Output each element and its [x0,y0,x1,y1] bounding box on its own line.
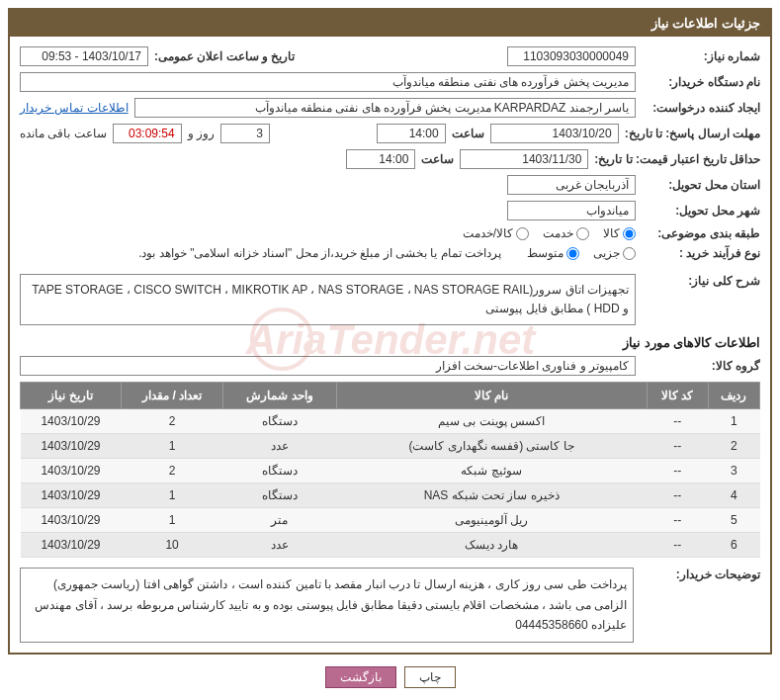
deadline-label: مهلت ارسال پاسخ: تا تاریخ: [625,127,760,140]
back-button[interactable]: بازگشت [325,666,396,688]
table-row: 4--ذخیره ساز تحت شبکه NASدستگاه11403/10/… [21,483,760,508]
table-row: 6--هارد دیسکعدد101403/10/29 [21,533,760,558]
table-cell: 1403/10/29 [21,434,122,459]
remaining-label: ساعت باقی مانده [20,127,107,140]
details-panel: جزئیات اطلاعات نیاز شماره نیاز: 11030930… [8,8,772,655]
table-cell: 1 [708,409,759,434]
overall-desc-value: تجهیزات اتاق سرور(TAPE STORAGE ، CISCO S… [20,274,636,325]
th-code: کد کالا [647,383,708,409]
subject-radio-group: کالا خدمت کالا/خدمت [463,226,636,240]
days-word: روز و [188,127,215,140]
th-row: ردیف [708,383,759,409]
table-cell: -- [647,533,708,558]
validity-time: 14:00 [346,149,415,169]
deadline-date: 1403/10/20 [490,124,619,143]
announce-label: تاریخ و ساعت اعلان عمومی: [154,49,295,63]
validity-label: حداقل تاریخ اعتبار قیمت: تا تاریخ: [594,152,760,166]
table-cell: -- [647,459,708,483]
table-row: 5--ریل آلومینیومیمتر11403/10/29 [21,508,760,533]
table-cell: -- [647,434,708,459]
table-cell: 1 [121,434,222,459]
time-remaining: 03:09:54 [113,124,182,143]
goods-info-title: اطلاعات کالاهای مورد نیاز [20,335,760,350]
purchase-type-label: نوع فرآیند خرید : [642,246,760,260]
table-cell: سوئیچ شبکه [336,459,647,483]
city-value: میاندواب [507,201,636,220]
need-number-value: 1103093030000049 [507,46,636,66]
table-cell: اکسس پوینت بی سیم [336,409,647,434]
table-cell: 1403/10/29 [21,483,122,508]
overall-desc-label: شرح کلی نیاز: [642,274,760,288]
radio-service[interactable]: خدمت [543,226,589,240]
radio-medium[interactable]: متوسط [527,246,579,260]
table-row: 3--سوئیچ شبکهدستگاه21403/10/29 [21,459,760,483]
table-cell: دستگاه [223,409,336,434]
footer-buttons: چاپ بازگشت [8,666,772,694]
table-cell: 1403/10/29 [21,508,122,533]
table-cell: دستگاه [223,483,336,508]
table-row: 1--اکسس پوینت بی سیمدستگاه21403/10/29 [21,409,760,434]
table-cell: 2 [121,459,222,483]
radio-goods[interactable]: کالا [603,226,636,240]
purchase-note: پرداخت تمام یا بخشی از مبلغ خرید،از محل … [138,246,501,260]
th-name: نام کالا [336,383,647,409]
table-cell: ذخیره ساز تحت شبکه NAS [336,483,647,508]
table-cell: 6 [708,533,759,558]
table-cell: -- [647,409,708,434]
radio-goods-service[interactable]: کالا/خدمت [463,226,529,240]
buyer-note-label: توضیحات خریدار: [642,568,760,581]
table-cell: 2 [708,434,759,459]
table-cell: متر [223,508,336,533]
table-cell: -- [647,508,708,533]
deadline-time: 14:00 [377,124,446,143]
th-date: تاریخ نیاز [21,383,122,409]
creator-label: ایجاد کننده درخواست: [642,101,760,115]
time-label-2: ساعت [421,152,454,166]
goods-group-label: گروه کالا: [642,359,760,373]
table-cell: 4 [708,483,759,508]
creator-value: یاسر ارجمند KARPARDAZ مدیریت پخش فرآورده… [134,98,636,118]
province-label: استان محل تحویل: [642,178,760,192]
buyer-org-value: مدیریت پخش فرآورده های نفتی منطقه میاندو… [20,72,636,92]
table-cell: عدد [223,533,336,558]
validity-date: 1403/11/30 [460,149,588,169]
panel-title: جزئیات اطلاعات نیاز [10,10,770,37]
table-cell: 3 [708,459,759,483]
print-button[interactable]: چاپ [404,666,456,688]
city-label: شهر محل تحویل: [642,204,760,218]
table-cell: عدد [223,434,336,459]
radio-partial[interactable]: جزیی [593,246,636,260]
buyer-org-label: نام دستگاه خریدار: [642,75,760,89]
goods-table: ردیف کد کالا نام کالا واحد شمارش تعداد /… [20,382,760,558]
table-cell: دستگاه [223,459,336,483]
purchase-radio-group: جزیی متوسط [527,246,636,260]
table-row: 2--جا کاستی (قفسه نگهداری کاست)عدد11403/… [21,434,760,459]
buyer-contact-link[interactable]: اطلاعات تماس خریدار [20,101,129,115]
announce-value: 1403/10/17 - 09:53 [20,46,148,66]
days-remaining: 3 [220,124,270,143]
table-cell: جا کاستی (قفسه نگهداری کاست) [336,434,647,459]
table-cell: 1403/10/29 [21,533,122,558]
table-cell: 5 [708,508,759,533]
subject-class-label: طبقه بندی موضوعی: [642,226,760,240]
table-cell: 2 [121,409,222,434]
province-value: آذربایجان غربی [507,175,636,195]
table-cell: ریل آلومینیومی [336,508,647,533]
time-label-1: ساعت [452,127,484,140]
table-cell: 1 [121,508,222,533]
table-cell: 1403/10/29 [21,459,122,483]
goods-group-value: کامپیوتر و فناوری اطلاعات-سخت افزار [20,356,636,376]
th-unit: واحد شمارش [223,383,336,409]
table-cell: هارد دیسک [336,533,647,558]
th-qty: تعداد / مقدار [121,383,222,409]
buyer-note-value: پرداخت طی سی روز کاری ، هزینه ارسال تا د… [20,568,634,642]
need-number-label: شماره نیاز: [642,49,760,63]
table-cell: 10 [121,533,222,558]
table-cell: 1 [121,483,222,508]
table-cell: -- [647,483,708,508]
table-cell: 1403/10/29 [21,409,122,434]
